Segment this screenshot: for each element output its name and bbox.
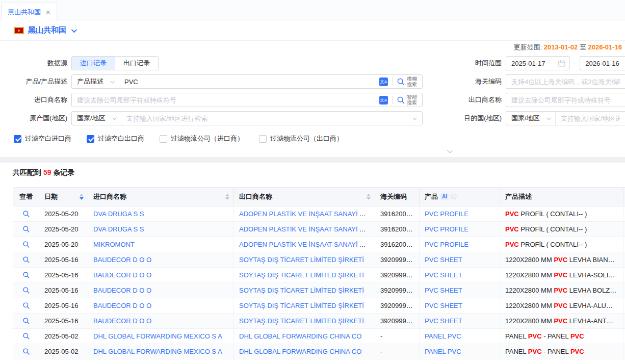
view-record-button[interactable] — [13, 237, 39, 252]
date-end-input[interactable]: 2026-01-16 — [580, 56, 625, 70]
view-record-icon[interactable] — [22, 302, 30, 309]
cell-importer-link[interactable]: DHL GLOBAL FORWARDING MEXICO S A — [88, 344, 234, 359]
cell-importer-link[interactable]: BAUDECOR D O O — [88, 314, 234, 329]
cell-product-link[interactable]: PVC PROFILE — [425, 210, 468, 218]
checkbox-unchecked-icon[interactable] — [160, 135, 167, 143]
product-input[interactable] — [119, 78, 379, 86]
cell-product-link[interactable]: PVC SHEET — [420, 314, 500, 329]
cell-exporter-link[interactable]: SOYTAŞ DIŞ TİCARET LİMİTED ŞİRKETİ — [234, 283, 375, 298]
sort-control-date[interactable] — [80, 194, 84, 200]
cell-exporter-link[interactable]: ADOPEN PLASTİK VE İNŞAAT SANAYİ ANO... — [239, 225, 375, 233]
cell-product-link[interactable]: PVC PROFILE — [425, 225, 468, 233]
cell-product-link[interactable]: PVC SHEET — [420, 298, 500, 314]
filter-checkbox[interactable]: 过滤空白进口商 — [14, 134, 71, 143]
cell-exporter-link[interactable]: SOYTAŞ DIŞ TİCARET LİMİTED ŞİRKETİ — [239, 317, 364, 325]
cell-exporter-link[interactable]: SOYTAŞ DIŞ TİCARET LİMİTED ŞİRKETİ — [234, 252, 375, 268]
cell-importer-link[interactable]: DHL GLOBAL FORWARDING MEXICO S A — [93, 348, 222, 355]
checkbox-checked-icon[interactable] — [87, 135, 94, 143]
destination-input[interactable] — [556, 115, 625, 122]
datasource-option[interactable]: 进口记录 — [72, 57, 115, 70]
view-record-icon[interactable] — [22, 317, 30, 325]
filter-checkbox[interactable]: 过滤物流公司（进口商） — [160, 134, 244, 143]
cell-exporter-link[interactable]: SOYTAŞ DIŞ TİCARET LİMİTED ŞİRKETİ — [234, 268, 375, 283]
translate-icon[interactable]: 文A — [379, 96, 388, 105]
cell-exporter-link[interactable]: ADOPEN PLASTİK VE İNŞAAT SANAYİ ANO... — [234, 206, 375, 222]
view-record-button[interactable] — [13, 344, 39, 359]
view-record-icon[interactable] — [22, 256, 30, 264]
origin-type-select[interactable]: 国家/地区 — [72, 112, 121, 125]
cell-importer-link[interactable]: DHL GLOBAL FORWARDING MEXICO S A — [93, 332, 222, 340]
cell-exporter-link[interactable]: SOYTAŞ DIŞ TİCARET LİMİTED ŞİRKETİ — [239, 271, 364, 279]
view-record-button[interactable] — [13, 268, 39, 283]
cell-product-link[interactable]: PANEL PVC — [425, 348, 461, 355]
cell-exporter-link[interactable]: ADOPEN PLASTİK VE İNŞAAT SANAYİ ANO... — [239, 210, 375, 218]
cell-product-link[interactable]: PANEL PVC — [420, 344, 500, 359]
cell-importer-link[interactable]: DVA DRUGA S S — [88, 222, 234, 237]
cell-exporter-link[interactable]: DHL GLOBAL FORWARDING CHINA CO — [239, 348, 361, 355]
cell-importer-link[interactable]: DHL GLOBAL FORWARDING MEXICO S A — [88, 329, 234, 344]
view-record-button[interactable] — [13, 298, 39, 314]
view-record-icon[interactable] — [22, 332, 30, 340]
cell-exporter-link[interactable]: ADOPEN PLASTİK VE İNŞAAT SANAYİ ANO... — [234, 222, 375, 237]
cell-exporter-link[interactable]: SOYTAŞ DIŞ TİCARET LİMİTED ŞİRKETİ — [239, 302, 364, 309]
cell-product-link[interactable]: PVC SHEET — [420, 268, 500, 283]
cell-exporter-link[interactable]: SOYTAŞ DIŞ TİCARET LİMİTED ŞİRKETİ — [239, 287, 364, 294]
cell-importer-link[interactable]: DVA DRUGA S S — [88, 206, 234, 222]
cell-importer-link[interactable]: BAUDECOR D O O — [93, 271, 151, 279]
product-type-select[interactable]: 产品描述 — [72, 75, 119, 88]
translate-icon[interactable]: 文A — [379, 77, 388, 86]
cell-product-link[interactable]: PVC SHEET — [425, 287, 462, 294]
date-start-input[interactable]: 2025-01-17 — [506, 56, 570, 70]
collapse-panel-button[interactable] — [437, 147, 461, 155]
cell-product-link[interactable]: PVC SHEET — [420, 252, 500, 268]
cell-product-link[interactable]: PVC PROFILE — [420, 222, 500, 237]
view-record-icon[interactable] — [22, 225, 30, 233]
cell-product-link[interactable]: PVC SHEET — [420, 283, 500, 298]
view-record-icon[interactable] — [22, 210, 30, 218]
col-header-date[interactable]: 日期 — [39, 188, 88, 206]
cell-product-link[interactable]: PVC PROFILE — [420, 237, 500, 252]
info-icon[interactable]: ⓘ — [451, 193, 457, 200]
cell-product-link[interactable]: PANEL PVC — [420, 329, 500, 344]
cell-exporter-link[interactable]: ADOPEN PLASTİK VE İNŞAAT SANAYİ ANO... — [239, 241, 375, 248]
cell-product-link[interactable]: PVC PROFILE — [425, 241, 468, 248]
cell-exporter-link[interactable]: SOYTAŞ DIŞ TİCARET LİMİTED ŞİRKETİ — [234, 314, 375, 329]
cell-importer-link[interactable]: BAUDECOR D O O — [88, 252, 234, 268]
sort-control-importer[interactable] — [225, 194, 229, 200]
cell-importer-link[interactable]: BAUDECOR D O O — [93, 287, 151, 294]
cell-importer-link[interactable]: DVA DRUGA S S — [93, 225, 144, 233]
cell-importer-link[interactable]: BAUDECOR D O O — [93, 256, 151, 264]
checkbox-unchecked-icon[interactable] — [259, 135, 267, 143]
view-record-button[interactable] — [13, 222, 39, 237]
cell-exporter-link[interactable]: DHL GLOBAL FORWARDING CHINA CO — [234, 344, 375, 359]
cell-importer-link[interactable]: BAUDECOR D O O — [93, 317, 151, 325]
view-record-button[interactable] — [13, 329, 39, 344]
cell-importer-link[interactable]: BAUDECOR D O O — [93, 302, 151, 309]
exporter-input[interactable] — [506, 96, 625, 104]
destination-type-select[interactable]: 国家/地区 — [506, 112, 556, 125]
cell-importer-link[interactable]: MIKROMONT — [93, 241, 135, 248]
col-header-exporter[interactable]: 出口商名称 — [234, 188, 375, 206]
checkbox-checked-icon[interactable] — [14, 135, 21, 143]
datasource-option[interactable]: 出口记录 — [115, 57, 158, 70]
view-record-button[interactable] — [13, 314, 39, 329]
cell-importer-link[interactable]: BAUDECOR D O O — [88, 283, 234, 298]
filter-checkbox[interactable]: 过滤物流公司（出口商） — [259, 134, 343, 143]
importer-input[interactable] — [72, 96, 379, 104]
sort-control-exporter[interactable] — [367, 194, 371, 200]
view-record-icon[interactable] — [22, 271, 30, 279]
cell-product-link[interactable]: PVC SHEET — [425, 271, 462, 279]
view-record-button[interactable] — [13, 283, 39, 298]
fuzzy-search-button[interactable]: 模糊搜索 — [393, 75, 422, 88]
cell-product-link[interactable]: PANEL PVC — [425, 332, 461, 340]
cell-product-link[interactable]: PVC SHEET — [425, 256, 462, 264]
cell-importer-link[interactable]: DVA DRUGA S S — [93, 210, 144, 218]
filter-checkbox[interactable]: 过滤空白出口商 — [87, 134, 144, 143]
cell-exporter-link[interactable]: DHL GLOBAL FORWARDING CHINA CO — [234, 329, 375, 344]
cell-exporter-link[interactable]: SOYTAŞ DIŞ TİCARET LİMİTED ŞİRKETİ — [234, 298, 375, 314]
hscode-input[interactable] — [506, 78, 625, 86]
smart-search-button[interactable]: 智能搜索 — [393, 93, 422, 107]
cell-product-link[interactable]: PVC PROFILE — [420, 206, 500, 222]
view-record-button[interactable] — [13, 206, 39, 222]
tab-montenegro[interactable]: 黑山共和国 × — [1, 3, 57, 21]
